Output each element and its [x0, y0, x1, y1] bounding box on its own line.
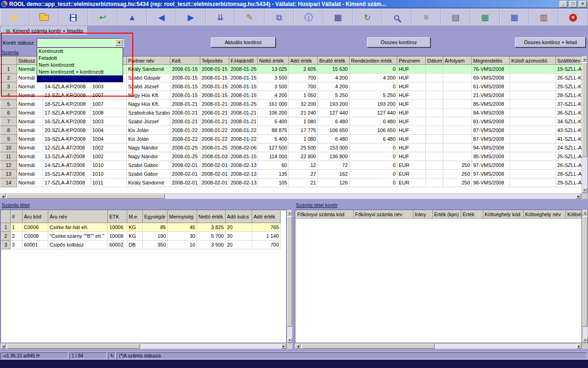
table-row[interactable]: 3360001Csípős kolbász60002DB350103 50020… [1, 241, 281, 249]
column-header[interactable]: F.Határidő [229, 57, 258, 65]
table-row[interactable]: 4Normál13-SZLA-KP/20081007Nagy Hús Kft.2… [0, 91, 582, 100]
table-row[interactable]: 12Normál14-SZLA-AT/20081010Szabó Gábor20… [0, 161, 582, 170]
table-row[interactable]: 9Normál19-SZLA-KP/20081004Kis Jolán2008-… [0, 135, 582, 144]
column-header[interactable]: # [11, 211, 23, 223]
scroll-up-icon[interactable]: ▲ [582, 57, 587, 62]
aktualis-kontiroz-button[interactable]: Aktuális kontíroz [211, 37, 276, 47]
next-button[interactable]: ▶ [176, 9, 206, 26]
close-button[interactable]: × [579, 1, 587, 7]
items-hscrollbar[interactable]: ◀ ▶ [0, 343, 287, 349]
scroll-thumb[interactable] [301, 344, 435, 349]
combobox-dropdown-button[interactable]: ▼ [115, 39, 123, 46]
column-header[interactable]: Nettó érték [197, 211, 226, 223]
table-row[interactable]: 6Normál17-SZLA-KP/20081008Szabolcska Sza… [0, 109, 582, 117]
table-row[interactable]: 11C0006Csirke far-hát eh.10006KG85453 82… [1, 223, 281, 232]
report-button[interactable]: ▥ [529, 9, 559, 26]
column-header[interactable]: Rendezetlen érték [350, 57, 397, 65]
column-header[interactable]: Irány [413, 211, 433, 218]
list-button[interactable]: ≡ [412, 9, 441, 26]
column-header[interactable]: Pénznem [397, 57, 426, 65]
column-header[interactable]: Egységár [143, 211, 168, 223]
scroll-right-icon[interactable]: ▶ [281, 344, 286, 349]
column-header[interactable]: Költséghely név [524, 211, 566, 218]
search-button[interactable] [382, 9, 412, 26]
dropdown-option-selected-blank[interactable] [37, 75, 123, 82]
column-header[interactable]: Nettó érték [258, 57, 289, 65]
go-bottom-button[interactable]: ⇊ [206, 9, 235, 26]
scroll-down-icon[interactable]: ▼ [582, 338, 588, 343]
column-header[interactable]: Bruttó érték [318, 57, 350, 65]
table-row[interactable]: 22C0008"Csirke szárny ""B"" eh."10008KG1… [1, 232, 281, 241]
items-table[interactable]: #Áru kódÁru névETKM.e.EgységárMennyiségN… [1, 210, 281, 249]
column-header[interactable]: Árfolyam [443, 57, 472, 65]
scroll-up-icon[interactable]: ▲ [582, 210, 588, 215]
column-header[interactable]: Dátum [426, 57, 443, 65]
column-header[interactable]: Adó érték [252, 211, 281, 223]
table-row[interactable]: 7Normál16-SZLA-KP/20081003Szabó József20… [0, 117, 582, 126]
scroll-left-icon[interactable]: ◀ [295, 344, 300, 349]
grid-button[interactable]: ▦ [500, 9, 529, 26]
table-row[interactable]: 13Normál15-SZLA-AT/20081010Szabó Gábor20… [0, 170, 582, 178]
dropdown-option[interactable]: Feladott [37, 55, 123, 62]
column-header[interactable]: Érték [461, 211, 483, 218]
exit-button[interactable]: × [559, 9, 588, 26]
kontir-table[interactable]: Főkönyvi számla kódFőkönyvi számla névIr… [295, 210, 582, 218]
minimize-button[interactable]: _ [560, 1, 567, 7]
dropdown-option[interactable]: Nem kontírozott [37, 62, 123, 69]
table-row[interactable]: 11Normál13-SZLA-AT/20081002Nagy Nándor20… [0, 152, 582, 161]
scroll-down-icon[interactable]: ▼ [287, 338, 292, 343]
column-header[interactable]: Kelt [170, 57, 200, 65]
run-button[interactable]: ⚡ [0, 9, 29, 26]
scroll-left-icon[interactable]: ◀ [0, 194, 6, 199]
refresh-button[interactable]: ↻ [353, 9, 382, 26]
column-header[interactable]: Külső azonosító [510, 57, 556, 65]
save-button[interactable] [59, 9, 88, 26]
column-header[interactable]: Megrendelés [472, 57, 510, 65]
scroll-thumb[interactable] [582, 216, 588, 327]
table-button[interactable]: ▦ [323, 9, 353, 26]
column-header[interactable]: Költség [566, 211, 582, 218]
edit-button[interactable]: ✎ [235, 9, 265, 26]
info-button[interactable]: ⓘ [294, 9, 323, 26]
column-header[interactable]: Áru kód [23, 211, 48, 223]
invoice-hscrollbar[interactable]: ◀ ▶ [0, 193, 582, 199]
column-header[interactable]: Mennyiség [168, 211, 197, 223]
table-row[interactable]: 8Normál20-SZLA-KP/20081004Kis Jolán2008-… [0, 126, 582, 135]
copy-button[interactable]: ⧉ [265, 9, 294, 26]
kontir-hscrollbar[interactable]: ◀ ▶ [295, 343, 582, 349]
title-bar[interactable]: ROOL demo::app_teszt::elelmiszerbiztonsa… [0, 0, 588, 8]
scroll-thumb[interactable] [7, 344, 140, 349]
tab-kimeno-szamla-kontir[interactable]: ▦ Kimenő számla kontír + feladás [1, 26, 88, 35]
column-header[interactable]: Adó érték [289, 57, 318, 65]
osszes-kontiroz-felad-button[interactable]: Összes kontíroz + felad [515, 37, 586, 47]
scroll-thumb[interactable] [582, 63, 587, 157]
kontir-status-dropdown[interactable]: KontírozottFeladottNem kontírozottNem ko… [37, 47, 123, 82]
column-header[interactable]: Teljesítés [200, 57, 229, 65]
scroll-thumb[interactable] [6, 194, 165, 199]
column-header[interactable]: Partner név [127, 57, 170, 65]
table-row[interactable]: 10Normál12-SZLA-AT/20081002Nagy Nándor20… [0, 144, 582, 152]
column-header[interactable]: Szállítólev [556, 57, 582, 65]
column-header[interactable]: Főkönyvi számla név [354, 211, 413, 218]
table-row[interactable]: 14Normál17-SZLA-AT/20081011Király Sándor… [0, 178, 582, 187]
osszes-kontiroz-button[interactable]: Összes kontíroz [367, 37, 430, 47]
invoice-vscrollbar[interactable]: ▲ ▼ [582, 56, 588, 193]
restore-button[interactable]: □ [569, 1, 577, 7]
scroll-left-icon[interactable]: ◀ [1, 344, 6, 349]
dropdown-option[interactable]: Kontírozott [37, 48, 123, 55]
scroll-right-icon[interactable]: ▶ [576, 194, 581, 199]
scroll-up-icon[interactable]: ▲ [287, 210, 292, 215]
column-header[interactable] [1, 211, 11, 223]
scroll-right-icon[interactable]: ▶ [577, 344, 582, 349]
print-button[interactable]: ▤ [441, 9, 470, 26]
column-header[interactable]: Érték (kpn) [433, 211, 461, 218]
table-row[interactable]: 3Normál14-SZLA-KP/20081003Szabó József20… [0, 82, 582, 91]
go-top-button[interactable]: ▲ [118, 9, 147, 26]
scroll-down-icon[interactable]: ▼ [582, 188, 587, 193]
column-header[interactable]: ETK [108, 211, 127, 223]
dropdown-option[interactable]: Nem kontírozott + kontírozott [37, 69, 123, 75]
scroll-thumb[interactable] [287, 216, 292, 327]
undo-button[interactable]: ↩ [88, 9, 118, 26]
kontir-status-combobox[interactable]: ▼ [37, 38, 124, 47]
column-header[interactable]: Adó kulcs [226, 211, 252, 223]
